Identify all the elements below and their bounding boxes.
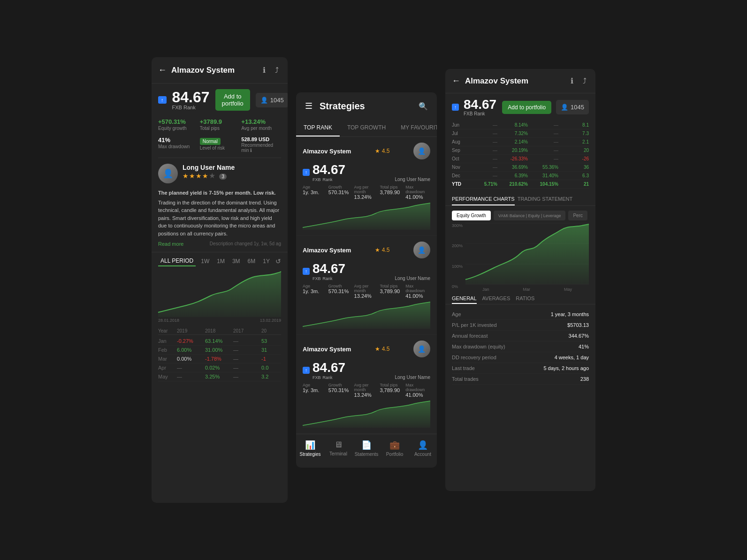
mt-row-sep: Sep — 20.19% — 20	[452, 146, 589, 155]
equity-growth-label: Equity growth	[158, 126, 198, 131]
gs-forecast-key: Annual forecast	[452, 333, 488, 339]
gs-forecast-val: 344.67%	[569, 333, 589, 339]
min-invest-value: 528.89 USD	[241, 136, 281, 142]
table-header: Year 2019 2018 2017 20	[158, 327, 281, 335]
gs-lasttrade-val: 5 days, 2 hours ago	[543, 365, 589, 371]
card-rank-row-2: ↑ 84.67 FXB Rank Long User Name	[303, 261, 430, 281]
nav-portfolio[interactable]: 💼 Portfolio	[381, 438, 409, 459]
mini-chart-2	[303, 301, 430, 329]
period-all[interactable]: ALL PERIOD	[158, 256, 196, 266]
period-1y[interactable]: 1Y	[260, 257, 272, 266]
card-rank-num-2: 84.67	[313, 261, 345, 276]
period-6m[interactable]: 6M	[245, 257, 258, 266]
avg-value-1: 13.24%	[354, 194, 379, 200]
gs-ddrecovery: DD recovery period 4 weeks, 1 day	[452, 352, 589, 363]
pips-label-1: Total pips	[380, 185, 404, 189]
card-fxb-2: FXB	[313, 276, 321, 281]
gen-tab-averages[interactable]: AVERAGES	[482, 294, 511, 304]
gs-ddrecovery-key: DD recovery period	[452, 355, 496, 360]
gs-forecast: Annual forecast 344.67%	[452, 331, 589, 341]
refresh-button[interactable]: ↺	[275, 257, 281, 265]
card-top-2: Almazov System ★ 4.5 👤	[303, 242, 430, 258]
card-name-3: Almazov System	[303, 346, 351, 353]
rank-number: 84.67	[172, 90, 210, 105]
period-1w[interactable]: 1W	[198, 257, 212, 266]
statements-icon: 📄	[361, 440, 372, 450]
y-200: 200%	[452, 243, 463, 248]
gen-tab-ratios[interactable]: RATIOS	[516, 294, 534, 304]
mid-panel: ☰ Strategies 🔍 TOP RANK TOP GROWTH MY FA…	[296, 92, 437, 468]
tab-favourites[interactable]: MY FAVOURITES	[393, 120, 437, 136]
period-3m[interactable]: 3M	[230, 257, 243, 266]
gs-ddrecovery-val: 4 weeks, 1 day	[555, 355, 589, 360]
x-mar: Mar	[523, 287, 531, 292]
read-more-link[interactable]: Read more	[158, 241, 183, 247]
tab-top-growth[interactable]: TOP GROWTH	[340, 120, 393, 136]
monthly-table: Jun — 8.14% — 8.1 Jul — 7.32% — 7.3 Aug …	[445, 121, 595, 189]
strategy-card-3[interactable]: Almazov System ★ 4.5 👤 ↑ 84.67 FXB Rank …	[296, 335, 437, 434]
user-section: 👤 Long User Name ★★★★★ 3	[152, 158, 288, 189]
perf-tab-statement[interactable]: TRADING STATEMENT	[518, 193, 573, 205]
info-button[interactable]: ℹ	[260, 65, 268, 76]
tab-top-rank[interactable]: TOP RANK	[296, 120, 340, 136]
x-may: May	[564, 287, 572, 292]
nav-statements[interactable]: 📄 Statements	[352, 438, 381, 459]
nav-account[interactable]: 👤 Account	[409, 438, 437, 459]
max-dd-label: Max drawdown	[158, 144, 198, 149]
period-1m[interactable]: 1M	[214, 257, 227, 266]
stars-row: ★★★★★ 3	[183, 171, 281, 180]
table-section: Year 2019 2018 2017 20 Jan -0.27% 63.14%…	[152, 324, 288, 503]
rp-share-button[interactable]: ⤴	[580, 76, 589, 86]
desc-headline: The planned yield is 7-15% per month. Lo…	[158, 189, 281, 197]
strategy-card-1[interactable]: Almazov System ★ 4.5 👤 ↑ 84.67 FXB Rank …	[296, 137, 437, 236]
rp-back-button[interactable]: ←	[452, 76, 460, 86]
terminal-icon: 🖥	[334, 440, 343, 450]
gs-totaltrades-val: 238	[580, 376, 589, 382]
tabs-row: TOP RANK TOP GROWTH MY FAVOURITES	[296, 120, 437, 137]
rp-followers-button[interactable]: 👤 1045	[556, 100, 589, 114]
nav-strategies[interactable]: 📊 Strategies	[296, 438, 324, 459]
menu-button[interactable]: ☰	[303, 100, 315, 112]
gs-pl-val: $5703.13	[567, 322, 589, 328]
gs-age-val: 1 year, 3 months	[551, 311, 589, 317]
col-2019: 2019	[177, 328, 205, 333]
rp-followers-count: 1045	[571, 104, 584, 111]
nav-terminal[interactable]: 🖥 Terminal	[324, 438, 352, 459]
gen-tab-general[interactable]: GENERAL	[452, 294, 477, 304]
vami-btn[interactable]: VAMI Balance | Equity | Leverage	[494, 211, 566, 220]
card-avatar-3: 👤	[413, 341, 430, 357]
mt-row-ytd: YTD 5.71% 210.62% 104.15% 21	[452, 180, 589, 189]
rp-rank-info: 84.67 FXB Rank	[464, 98, 496, 116]
share-button[interactable]: ⤴	[273, 65, 281, 76]
followers-button[interactable]: 👤 1045	[256, 93, 288, 107]
total-pips-value: +3789.9	[200, 118, 240, 125]
back-button[interactable]: ←	[158, 65, 167, 75]
equity-growth-btn[interactable]: Equity Growth	[452, 211, 491, 220]
rank-badge-3: ↑	[303, 367, 310, 374]
desc-body: Trading in the direction of the dominant…	[158, 199, 281, 238]
rp-fxb-label: FXB Rank	[464, 111, 496, 116]
rp-add-portfolio-button[interactable]: Add to portfolio	[502, 101, 551, 114]
user-avatar: 👤	[158, 164, 178, 183]
col-2017: 2017	[233, 328, 261, 333]
add-portfolio-button[interactable]: Add to portfolio	[215, 89, 250, 111]
rp-rank-badge: ↑	[452, 104, 459, 111]
avg-month-label: Avg per month	[241, 126, 281, 131]
strategy-card-2[interactable]: Almazov System ★ 4.5 👤 ↑ 84.67 FXB Rank …	[296, 236, 437, 335]
rank-badge-2: ↑	[303, 268, 310, 275]
risk-badge: Normal	[200, 138, 221, 145]
rp-info-button[interactable]: ℹ	[568, 76, 576, 86]
stat-max-dd: 41% Max drawdown	[158, 136, 198, 153]
table-row: May — 3.25% — 3.2	[158, 372, 281, 381]
rp-rank-number: 84.67	[464, 98, 496, 111]
perf-tab-charts[interactable]: PERFORMANCE CHARTS	[452, 193, 515, 205]
perc-btn[interactable]: Perc	[568, 211, 587, 220]
min-invest-label: Recommended min ℹ	[241, 143, 281, 153]
search-button[interactable]: 🔍	[416, 101, 430, 112]
chart-dates: 28.01.2018 13.02.2019	[152, 317, 288, 324]
gs-lasttrade: Last trade 5 days, 2 hours ago	[452, 363, 589, 374]
left-panel: ← Almazov System ℹ ⤴ ↑ 84.67 FXB Rank Ad…	[152, 57, 288, 503]
gs-maxdd: Max drawdown (equity) 41%	[452, 341, 589, 352]
chart-date-from: 28.01.2018	[158, 318, 179, 323]
bottom-nav: 📊 Strategies 🖥 Terminal 📄 Statements 💼 P…	[296, 434, 437, 462]
